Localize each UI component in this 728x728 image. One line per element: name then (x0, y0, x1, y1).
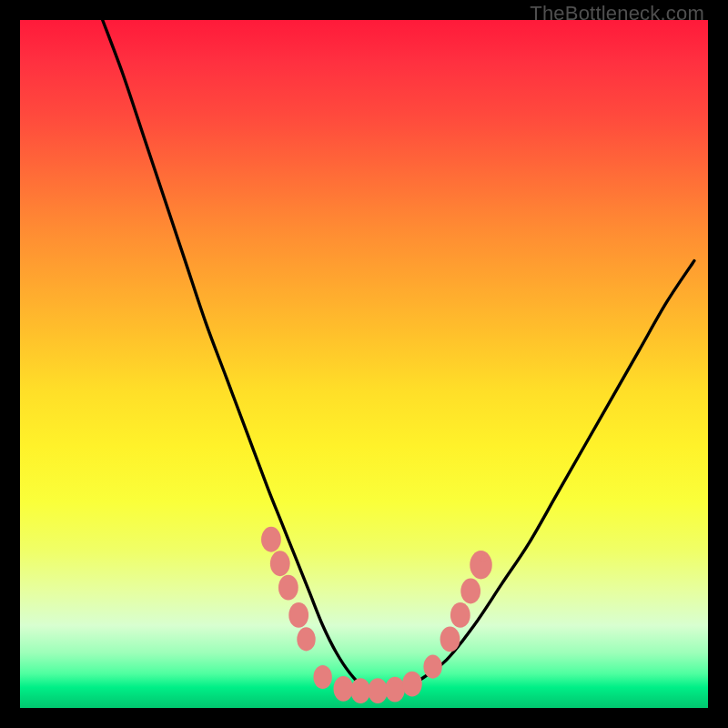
v-curve-path (103, 20, 694, 692)
bead-marker (423, 655, 441, 679)
bead-marker (450, 602, 470, 628)
chart-frame: TheBottleneck.com (0, 0, 728, 728)
bead-marker (270, 551, 290, 576)
watermark-label: TheBottleneck.com (530, 2, 704, 25)
plot-area (20, 20, 708, 708)
bead-marker (261, 527, 281, 552)
bead-marker (278, 575, 298, 601)
bead-marker (385, 677, 405, 703)
bead-marker (313, 665, 331, 689)
bead-marker (440, 626, 460, 652)
bead-marker (368, 678, 388, 703)
bead-marker (350, 678, 370, 703)
v-curve-svg (20, 20, 708, 708)
bead-marker (402, 672, 422, 697)
bead-marker (288, 602, 308, 628)
bead-marker (297, 627, 315, 651)
bead-marker (470, 551, 491, 579)
bead-marker (460, 579, 480, 604)
beads-group (261, 527, 492, 703)
bead-marker (333, 676, 353, 702)
